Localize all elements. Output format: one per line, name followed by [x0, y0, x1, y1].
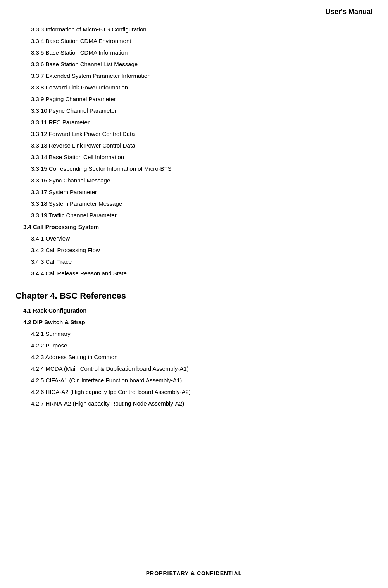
- footer-text: PROPRIETARY & CONFIDENTIAL: [146, 570, 242, 576]
- toc-section-3: 3.3.3 Information of Micro-BTS Configura…: [16, 24, 372, 279]
- toc-item-3-3-12: 3.3.12 Forward Link Power Control Data: [16, 128, 372, 140]
- toc-item-3-4: 3.4 Call Processing System: [16, 221, 372, 233]
- section-item-4-2-2: 4.2.2 Purpose: [16, 340, 372, 351]
- toc-item-3-3-10: 3.3.10 Psync Channel Parameter: [16, 105, 372, 117]
- chapter4-heading: Chapter 4. BSC References: [16, 291, 372, 301]
- header-title: User's Manual: [326, 8, 372, 15]
- section-item-4-2-5: 4.2.5 CIFA-A1 (Cin Interface Function bo…: [16, 375, 372, 386]
- section-item-4-2-3: 4.2.3 Address Setting in Common: [16, 351, 372, 363]
- toc-item-3-3-13: 3.3.13 Reverse Link Power Control Data: [16, 140, 372, 151]
- toc-item-3-4-3: 3.4.3 Call Trace: [16, 256, 372, 268]
- section-item-4-2-6: 4.2.6 HICA-A2 (High capacity Ipc Control…: [16, 386, 372, 398]
- toc-item-3-3-11: 3.3.11 RFC Parameter: [16, 117, 372, 128]
- section-item-4-2-1: 4.2.1 Summary: [16, 328, 372, 340]
- page-container: User's Manual 3.3.3 Information of Micro…: [0, 0, 388, 588]
- toc-item-3-3-14: 3.3.14 Base Station Cell Information: [16, 151, 372, 163]
- section-item-4-2: 4.2 DIP Switch & Strap: [16, 316, 372, 328]
- toc-item-3-3-16: 3.3.16 Sync Channel Message: [16, 175, 372, 186]
- footer: PROPRIETARY & CONFIDENTIAL: [0, 570, 388, 576]
- toc-item-3-3-17: 3.3.17 System Parameter: [16, 186, 372, 198]
- toc-item-3-3-15: 3.3.15 Corresponding Sector Information …: [16, 163, 372, 175]
- chapter4-section: Chapter 4. BSC References4.1 Rack Config…: [16, 291, 372, 409]
- page-header: User's Manual: [16, 8, 372, 20]
- toc-item-3-4-1: 3.4.1 Overview: [16, 233, 372, 244]
- toc-item-3-3-3: 3.3.3 Information of Micro-BTS Configura…: [16, 24, 372, 35]
- toc-item-3-3-7: 3.3.7 Extended System Parameter Informat…: [16, 70, 372, 82]
- toc-item-3-3-5: 3.3.5 Base Station CDMA Information: [16, 47, 372, 58]
- section-item-4-2-4: 4.2.4 MCDA (Main Control & Duplication b…: [16, 363, 372, 375]
- toc-item-3-3-6: 3.3.6 Base Station Channel List Message: [16, 58, 372, 70]
- section-item-4-1: 4.1 Rack Configuration: [16, 305, 372, 316]
- toc-item-3-4-4: 3.4.4 Call Release Reason and State: [16, 268, 372, 279]
- toc-item-3-3-18: 3.3.18 System Parameter Message: [16, 198, 372, 210]
- toc-item-3-3-8: 3.3.8 Forward Link Power Information: [16, 82, 372, 93]
- toc-item-3-3-19: 3.3.19 Traffic Channel Parameter: [16, 210, 372, 221]
- section-item-4-2-7: 4.2.7 HRNA-A2 (High capacity Routing Nod…: [16, 398, 372, 409]
- toc-item-3-3-9: 3.3.9 Paging Channel Parameter: [16, 93, 372, 105]
- toc-item-3-4-2: 3.4.2 Call Processing Flow: [16, 244, 372, 256]
- toc-item-3-3-4: 3.3.4 Base Station CDMA Environment: [16, 35, 372, 47]
